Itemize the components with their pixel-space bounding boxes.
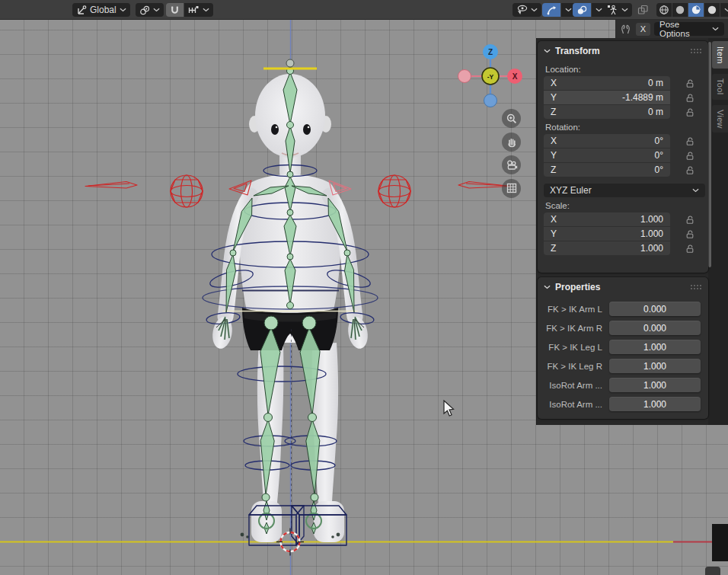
shading-rendered-icon (707, 5, 717, 15)
gizmo-neg-z-handle[interactable] (484, 94, 497, 107)
region-corner-block (712, 524, 728, 561)
x-axis-mirror-icon (619, 24, 632, 35)
sidebar-scrollbar[interactable] (708, 42, 711, 267)
lock-icon[interactable] (685, 107, 695, 117)
shading-solid-button[interactable] (672, 3, 688, 17)
panel-grip-icon[interactable] (690, 48, 702, 54)
transform-panel-title: Transform (555, 46, 600, 56)
lock-icon[interactable] (685, 136, 695, 146)
isorot-arm-1-slider[interactable]: 1.000 (609, 378, 701, 392)
lock-icon[interactable] (685, 244, 695, 254)
transform-orientation-dropdown[interactable]: Global (72, 3, 130, 17)
fk-ik-arm-r-slider[interactable]: 0.000 (609, 321, 701, 335)
fk-ik-leg-l-slider[interactable]: 1.000 (609, 340, 701, 354)
snap-settings-dropdown[interactable] (184, 3, 213, 17)
pivot-point-icon (139, 5, 150, 15)
mirror-x-label: X (640, 24, 646, 34)
rotation-x-field[interactable]: X 0° (544, 134, 670, 148)
property-row: FK > IK Arm L 0.000 (542, 302, 701, 316)
mirror-x-button[interactable]: X (636, 23, 650, 36)
navigation-gizmo[interactable]: Z X -Y (455, 41, 525, 111)
zoom-icon (506, 113, 518, 125)
lock-icon[interactable] (685, 78, 695, 88)
chevron-down-icon (712, 27, 719, 31)
panel-collapse-icon (544, 49, 551, 53)
xray-toggle-button[interactable] (634, 3, 653, 17)
properties-panel-header[interactable]: Properties (538, 277, 708, 297)
tab-tool-label: Tool (716, 78, 725, 94)
scale-y-field[interactable]: Y 1.000 (544, 227, 670, 241)
lock-icon[interactable] (685, 229, 695, 239)
orthographic-toggle-button[interactable] (502, 179, 521, 198)
properties-panel-title: Properties (555, 282, 600, 292)
transform-orientation-icon (76, 5, 87, 15)
orientation-label: Global (90, 5, 117, 15)
blender-window: Z X -Y (0, 0, 728, 575)
tab-tool[interactable]: Tool (712, 74, 728, 100)
zoom-button[interactable] (502, 109, 521, 128)
scale-z-field[interactable]: Z 1.000 (544, 241, 670, 255)
scale-x-field[interactable]: X 1.000 (544, 212, 670, 226)
shading-wireframe-icon (659, 5, 669, 15)
transform-panel-header[interactable]: Transform (538, 41, 708, 61)
pan-button[interactable] (502, 133, 521, 152)
rotation-z-field[interactable]: Z 0° (544, 163, 670, 177)
shading-solid-icon (675, 5, 685, 15)
shading-material-button[interactable] (688, 3, 704, 17)
location-z-field[interactable]: Z 0 m (544, 105, 670, 119)
show-overlays-toggle[interactable] (573, 3, 591, 17)
panel-collapse-icon (544, 285, 551, 289)
fk-ik-leg-r-slider[interactable]: 1.000 (609, 359, 701, 373)
location-y-field[interactable]: Y -1.4889 m (544, 91, 670, 104)
shading-wireframe-button[interactable] (656, 3, 672, 17)
tab-view[interactable]: View (712, 105, 728, 133)
lock-icon[interactable] (685, 165, 695, 175)
corner-widget[interactable] (705, 567, 720, 575)
grid-icon (506, 182, 518, 194)
lock-icon[interactable] (685, 93, 695, 103)
chevron-down-icon (203, 8, 209, 12)
tab-item[interactable]: Item (712, 41, 728, 69)
properties-panel: Properties FK > IK Arm L 0.000 FK > IK A… (538, 277, 708, 419)
shading-dropdown[interactable] (720, 3, 728, 17)
rotation-fields: X 0° Y 0° Z 0° (544, 134, 708, 177)
viewport-header: Global (0, 0, 728, 20)
snap-magnet-icon (170, 5, 180, 15)
location-label: Location: (545, 65, 708, 74)
fk-ik-arm-l-slider[interactable]: 0.000 (609, 302, 701, 316)
snap-toggle-button[interactable] (166, 3, 184, 17)
pivot-point-dropdown[interactable] (136, 3, 164, 17)
property-label: IsoRot Arm ... (542, 400, 609, 409)
gizmo-neg-x-handle[interactable] (458, 70, 471, 83)
overlays-icon (576, 5, 587, 15)
tool-settings-strip: X Pose Options (615, 20, 728, 38)
gizmo-arc-arrow-icon (546, 5, 557, 15)
visibility-dropdown[interactable] (512, 3, 541, 17)
tab-item-label: Item (716, 46, 725, 64)
pose-options-dropdown[interactable]: Pose Options (654, 22, 724, 36)
shading-rendered-button[interactable] (704, 3, 720, 17)
property-row: FK > IK Leg L 1.000 (542, 340, 701, 354)
camera-view-button[interactable] (502, 155, 521, 174)
show-gizmos-toggle[interactable] (542, 3, 560, 17)
chevron-down-icon (153, 8, 160, 12)
gizmo-z-label: Z (488, 48, 493, 56)
location-x-field[interactable]: X 0 m (544, 76, 670, 90)
chevron-down-icon (692, 188, 699, 193)
lock-icon[interactable] (685, 215, 695, 225)
pose-display-dropdown[interactable] (603, 3, 632, 17)
property-label: FK > IK Leg L (542, 343, 609, 352)
scale-label: Scale: (545, 201, 708, 210)
chevron-down-icon (724, 8, 728, 12)
pose-options-label: Pose Options (659, 20, 709, 38)
rotation-mode-dropdown[interactable]: XYZ Euler (544, 184, 705, 197)
chevron-down-icon (595, 8, 602, 12)
property-label: FK > IK Arm L (542, 305, 609, 314)
lock-icon[interactable] (685, 151, 695, 161)
rotation-y-field[interactable]: Y 0° (544, 149, 670, 162)
property-row: FK > IK Leg R 1.000 (542, 359, 701, 373)
isorot-arm-2-slider[interactable]: 1.000 (609, 397, 701, 411)
panel-grip-icon[interactable] (690, 284, 702, 290)
gizmo-x-label: X (512, 72, 518, 81)
scale-fields: X 1.000 Y 1.000 Z 1.000 (544, 212, 708, 255)
